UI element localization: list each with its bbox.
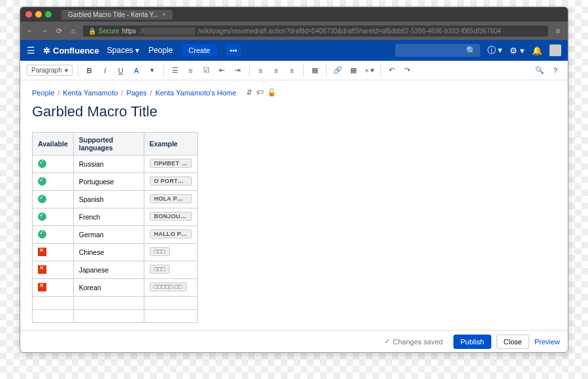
cell-language: Chinese	[73, 244, 144, 261]
table-row[interactable]: Russian ПРИВЕТ УЧ…	[33, 156, 198, 173]
bold-button[interactable]: B	[84, 65, 95, 76]
check-icon	[38, 177, 46, 186]
window-titlebar: Garbled Macro Title - Kenta Y... ×	[20, 7, 568, 22]
create-button[interactable]: Create	[182, 44, 217, 56]
settings-icon[interactable]: ⚙ ▾	[510, 46, 525, 56]
nav-home-icon[interactable]: ⌂	[69, 27, 78, 35]
table-button[interactable]: ▦	[348, 65, 359, 76]
italic-button[interactable]: I	[99, 65, 111, 76]
page-title[interactable]: Garbled Macro Title	[32, 103, 556, 120]
more-button[interactable]: •••	[226, 44, 242, 56]
table-row[interactable]: Japanese □□□	[33, 261, 198, 279]
url-path: /wiki/pages/resumedraft.action?draftId=5…	[198, 27, 501, 35]
layout-button[interactable]: ▦	[309, 65, 321, 76]
table-row[interactable]: Chinese □□□	[33, 244, 198, 261]
cross-icon	[38, 248, 46, 256]
labels-icon[interactable]: 🏷	[256, 88, 263, 97]
cell-language: Portuguese	[73, 173, 144, 191]
header-right: 🔍 ⓘ ▾ ⚙ ▾ 🔔	[395, 44, 561, 57]
align-right-button[interactable]: ≡	[286, 65, 298, 76]
browser-window: Garbled Macro Title - Kenta Y... × ← → ⟳…	[20, 7, 568, 353]
link-button[interactable]: 🔗	[332, 65, 344, 76]
breadcrumb-item[interactable]: People	[32, 89, 54, 97]
preview-button[interactable]: Preview	[534, 338, 560, 346]
breadcrumb-item[interactable]: Kenta Yamamoto	[63, 89, 118, 97]
address-bar[interactable]: 🔒 Secure https ://▒▒▒▒▒▒▒▒▒▒▒ /wiki/page…	[83, 25, 548, 37]
cell-language: Japanese	[73, 261, 144, 279]
macro-placeholder[interactable]: □□□	[150, 247, 170, 256]
table-row[interactable]: Portuguese O PORTUG…	[33, 173, 198, 191]
notifications-icon[interactable]: 🔔	[532, 46, 542, 56]
table-row[interactable]: German HALLO PRO…	[33, 226, 198, 244]
insert-button[interactable]: ＋▾	[363, 65, 375, 76]
table-row[interactable]	[33, 297, 198, 310]
help-icon[interactable]: ⓘ ▾	[487, 44, 503, 56]
window-close-button[interactable]	[25, 11, 32, 18]
primary-nav: Spaces ▾ People Create •••	[107, 44, 241, 56]
tab-close-icon[interactable]: ×	[163, 11, 166, 18]
editor-help-button[interactable]: ?	[549, 65, 561, 76]
bullet-list-button[interactable]: ☰	[169, 65, 181, 76]
search-input[interactable]: 🔍	[395, 44, 480, 57]
align-center-button[interactable]: ≡	[270, 65, 282, 76]
check-icon	[38, 195, 46, 203]
macro-placeholder[interactable]: BONJOUR P…	[150, 212, 192, 221]
tab-title: Garbled Macro Title - Kenta Y...	[68, 11, 159, 18]
th-example: Example	[144, 133, 197, 156]
nav-reload-icon[interactable]: ⟳	[54, 27, 63, 35]
th-available: Available	[33, 133, 74, 156]
close-button[interactable]: Close	[497, 335, 529, 349]
macro-placeholder[interactable]: O PORTUG…	[150, 176, 192, 186]
cell-language: French	[73, 208, 144, 226]
save-status: ✓ Changes saved	[384, 337, 442, 346]
editor-toolbar: Paragraph ▾ B I U A ▾ ☰ ≡ ☑ ⇤ ⇥ ≡ ≡ ≡ ▦ …	[20, 61, 568, 80]
macro-placeholder[interactable]: HOLA PROF…	[150, 194, 192, 203]
outdent-button[interactable]: ⇤	[216, 65, 228, 76]
window-minimize-button[interactable]	[35, 11, 42, 18]
align-left-button[interactable]: ≡	[255, 65, 267, 76]
profile-avatar[interactable]	[549, 44, 561, 56]
restrictions-icon[interactable]: 🔓	[267, 88, 276, 97]
macro-placeholder[interactable]: HALLO PRO…	[150, 229, 192, 239]
indent-button[interactable]: ⇥	[232, 65, 244, 76]
macro-placeholder[interactable]: □□□	[150, 265, 170, 274]
breadcrumb-item[interactable]: Kenta Yamamoto's Home	[155, 89, 237, 97]
check-icon	[38, 212, 46, 221]
task-list-button[interactable]: ☑	[201, 65, 212, 76]
table-row[interactable]: Spanish HOLA PROF…	[33, 191, 198, 208]
app-logo[interactable]: ✲ Confluence	[43, 46, 99, 56]
more-format-button[interactable]: ▾	[146, 65, 158, 76]
nav-people[interactable]: People	[148, 46, 172, 55]
lock-icon: 🔒	[88, 27, 96, 35]
find-button[interactable]: 🔍	[534, 65, 546, 76]
publish-button[interactable]: Publish	[453, 335, 491, 349]
table-row[interactable]	[33, 310, 198, 323]
cross-icon	[38, 265, 46, 274]
app-menu-icon[interactable]: ☰	[27, 45, 35, 56]
paragraph-style-select[interactable]: Paragraph ▾	[27, 65, 73, 76]
window-zoom-button[interactable]	[45, 11, 52, 18]
macro-placeholder[interactable]: ПРИВЕТ УЧ…	[150, 159, 192, 168]
undo-button[interactable]: ↶	[386, 65, 398, 76]
redo-button[interactable]: ↷	[402, 65, 414, 76]
nav-forward-icon[interactable]: →	[40, 27, 49, 35]
underline-button[interactable]: U	[115, 65, 127, 76]
macro-placeholder[interactable]: □□□□□ □□	[150, 282, 187, 291]
cell-language: German	[73, 226, 144, 244]
text-color-button[interactable]: A	[131, 65, 142, 76]
th-supported: Supported languages	[73, 133, 144, 156]
languages-table[interactable]: Available Supported languages Example Ru…	[32, 132, 198, 323]
page-tree-icon[interactable]: ⇵	[246, 88, 252, 97]
number-list-button[interactable]: ≡	[185, 65, 197, 76]
secure-label: Secure	[99, 27, 120, 35]
browser-tab[interactable]: Garbled Macro Title - Kenta Y... ×	[61, 10, 172, 20]
nav-spaces[interactable]: Spaces ▾	[107, 46, 139, 55]
app-header: ☰ ✲ Confluence Spaces ▾ People Create ••…	[20, 40, 568, 61]
cell-language: Korean	[73, 279, 144, 297]
browser-menu-icon[interactable]: ≡	[553, 27, 563, 35]
breadcrumb-item[interactable]: Pages	[126, 89, 146, 97]
editor-content[interactable]: People/ Kenta Yamamoto/ Pages/ Kenta Yam…	[20, 80, 568, 330]
table-row[interactable]: French BONJOUR P…	[33, 208, 198, 226]
table-row[interactable]: Korean □□□□□ □□	[33, 279, 198, 297]
nav-back-icon[interactable]: ←	[25, 27, 35, 35]
